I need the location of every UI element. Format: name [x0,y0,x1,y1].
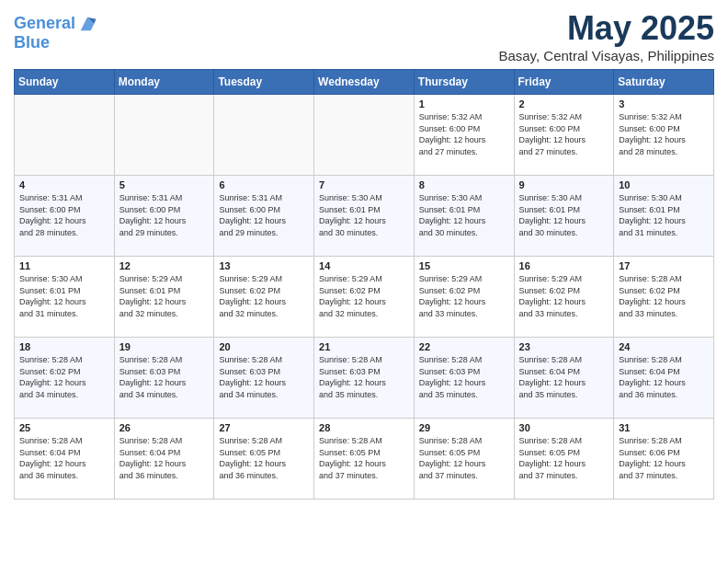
month-title: May 2025 [498,9,714,48]
calendar-cell: 11Sunrise: 5:30 AMSunset: 6:01 PMDayligh… [15,257,115,338]
day-number: 5 [119,179,210,190]
calendar-body: 1Sunrise: 5:32 AMSunset: 6:00 PMDaylight… [15,95,714,500]
cell-content: Sunrise: 5:28 AMSunset: 6:04 PMDaylight:… [519,354,609,400]
cell-content: Sunrise: 5:29 AMSunset: 6:02 PMDaylight:… [419,273,509,319]
calendar-cell: 13Sunrise: 5:29 AMSunset: 6:02 PMDayligh… [214,257,314,338]
cell-content: Sunrise: 5:28 AMSunset: 6:03 PMDaylight:… [119,354,210,400]
cell-content: Sunrise: 5:28 AMSunset: 6:03 PMDaylight:… [319,354,409,400]
cell-content: Sunrise: 5:30 AMSunset: 6:01 PMDaylight:… [19,273,109,319]
calendar-cell: 21Sunrise: 5:28 AMSunset: 6:03 PMDayligh… [314,338,415,419]
calendar-cell: 23Sunrise: 5:28 AMSunset: 6:04 PMDayligh… [514,338,614,419]
cell-content: Sunrise: 5:28 AMSunset: 6:03 PMDaylight:… [419,354,509,400]
calendar-cell: 25Sunrise: 5:28 AMSunset: 6:04 PMDayligh… [15,419,115,500]
day-number: 2 [519,98,609,109]
day-number: 16 [519,260,609,271]
cell-content: Sunrise: 5:30 AMSunset: 6:01 PMDaylight:… [419,192,509,238]
calendar-cell: 17Sunrise: 5:28 AMSunset: 6:02 PMDayligh… [614,257,714,338]
cell-content: Sunrise: 5:30 AMSunset: 6:01 PMDaylight:… [319,192,409,238]
cell-content: Sunrise: 5:28 AMSunset: 6:06 PMDaylight:… [619,435,709,481]
calendar-cell: 2Sunrise: 5:32 AMSunset: 6:00 PMDaylight… [514,95,614,176]
calendar-cell: 7Sunrise: 5:30 AMSunset: 6:01 PMDaylight… [314,176,415,257]
day-number: 3 [619,98,709,109]
calendar-cell: 1Sunrise: 5:32 AMSunset: 6:00 PMDaylight… [414,95,514,176]
weekday-header-sunday: Sunday [15,70,115,95]
calendar-cell: 8Sunrise: 5:30 AMSunset: 6:01 PMDaylight… [414,176,514,257]
calendar-cell [314,95,415,176]
weekday-header-friday: Friday [514,70,614,95]
calendar-week-2: 4Sunrise: 5:31 AMSunset: 6:00 PMDaylight… [15,176,714,257]
day-number: 25 [19,422,109,433]
cell-content: Sunrise: 5:32 AMSunset: 6:00 PMDaylight:… [519,111,609,157]
day-number: 11 [19,260,109,271]
calendar-cell: 28Sunrise: 5:28 AMSunset: 6:05 PMDayligh… [314,419,415,500]
cell-content: Sunrise: 5:32 AMSunset: 6:00 PMDaylight:… [419,111,509,157]
logo: General Blue [14,14,97,52]
calendar-cell [214,95,314,176]
calendar-cell [15,95,115,176]
day-number: 19 [119,341,210,352]
day-number: 28 [319,422,409,433]
weekday-header-wednesday: Wednesday [314,70,415,95]
weekday-header-row: SundayMondayTuesdayWednesdayThursdayFrid… [15,70,714,95]
day-number: 15 [419,260,509,271]
calendar-cell: 24Sunrise: 5:28 AMSunset: 6:04 PMDayligh… [614,338,714,419]
calendar-cell: 19Sunrise: 5:28 AMSunset: 6:03 PMDayligh… [114,338,214,419]
calendar-cell: 31Sunrise: 5:28 AMSunset: 6:06 PMDayligh… [614,419,714,500]
day-number: 29 [419,422,509,433]
day-number: 24 [619,341,709,352]
weekday-header-thursday: Thursday [414,70,514,95]
logo-text: General [14,15,75,33]
calendar-cell: 20Sunrise: 5:28 AMSunset: 6:03 PMDayligh… [214,338,314,419]
day-number: 21 [319,341,409,352]
title-block: May 2025 Basay, Central Visayas, Philipp… [498,9,714,63]
day-number: 6 [219,179,309,190]
location-title: Basay, Central Visayas, Philippines [498,48,714,63]
day-number: 20 [219,341,309,352]
calendar-container: General Blue May 2025 Basay, Central Vis… [0,0,728,513]
calendar-cell: 6Sunrise: 5:31 AMSunset: 6:00 PMDaylight… [214,176,314,257]
calendar-cell: 9Sunrise: 5:30 AMSunset: 6:01 PMDaylight… [514,176,614,257]
calendar-week-1: 1Sunrise: 5:32 AMSunset: 6:00 PMDaylight… [15,95,714,176]
calendar-cell: 14Sunrise: 5:29 AMSunset: 6:02 PMDayligh… [314,257,415,338]
weekday-header-tuesday: Tuesday [214,70,314,95]
calendar-week-4: 18Sunrise: 5:28 AMSunset: 6:02 PMDayligh… [15,338,714,419]
cell-content: Sunrise: 5:30 AMSunset: 6:01 PMDaylight:… [619,192,709,238]
day-number: 31 [619,422,709,433]
logo-general: General [14,14,75,32]
header-row: General Blue May 2025 Basay, Central Vis… [14,9,714,63]
cell-content: Sunrise: 5:28 AMSunset: 6:04 PMDaylight:… [19,435,109,481]
cell-content: Sunrise: 5:29 AMSunset: 6:02 PMDaylight:… [519,273,609,319]
day-number: 17 [619,260,709,271]
calendar-cell: 4Sunrise: 5:31 AMSunset: 6:00 PMDaylight… [15,176,115,257]
calendar-header: SundayMondayTuesdayWednesdayThursdayFrid… [15,70,714,95]
cell-content: Sunrise: 5:31 AMSunset: 6:00 PMDaylight:… [19,192,109,238]
cell-content: Sunrise: 5:29 AMSunset: 6:02 PMDaylight:… [319,273,409,319]
day-number: 7 [319,179,409,190]
day-number: 14 [319,260,409,271]
calendar-cell: 3Sunrise: 5:32 AMSunset: 6:00 PMDaylight… [614,95,714,176]
calendar-cell: 29Sunrise: 5:28 AMSunset: 6:05 PMDayligh… [414,419,514,500]
day-number: 8 [419,179,509,190]
calendar-table: SundayMondayTuesdayWednesdayThursdayFrid… [14,69,714,500]
day-number: 26 [119,422,210,433]
weekday-header-saturday: Saturday [614,70,714,95]
day-number: 4 [19,179,109,190]
cell-content: Sunrise: 5:30 AMSunset: 6:01 PMDaylight:… [519,192,609,238]
cell-content: Sunrise: 5:28 AMSunset: 6:03 PMDaylight:… [219,354,309,400]
day-number: 27 [219,422,309,433]
calendar-cell: 26Sunrise: 5:28 AMSunset: 6:04 PMDayligh… [114,419,214,500]
calendar-cell: 27Sunrise: 5:28 AMSunset: 6:05 PMDayligh… [214,419,314,500]
cell-content: Sunrise: 5:31 AMSunset: 6:00 PMDaylight:… [119,192,210,238]
cell-content: Sunrise: 5:28 AMSunset: 6:05 PMDaylight:… [219,435,309,481]
cell-content: Sunrise: 5:28 AMSunset: 6:02 PMDaylight:… [19,354,109,400]
calendar-cell: 30Sunrise: 5:28 AMSunset: 6:05 PMDayligh… [514,419,614,500]
cell-content: Sunrise: 5:28 AMSunset: 6:05 PMDaylight:… [319,435,409,481]
day-number: 9 [519,179,609,190]
day-number: 22 [419,341,509,352]
cell-content: Sunrise: 5:29 AMSunset: 6:01 PMDaylight:… [119,273,210,319]
calendar-week-3: 11Sunrise: 5:30 AMSunset: 6:01 PMDayligh… [15,257,714,338]
day-number: 30 [519,422,609,433]
calendar-cell: 15Sunrise: 5:29 AMSunset: 6:02 PMDayligh… [414,257,514,338]
calendar-cell: 12Sunrise: 5:29 AMSunset: 6:01 PMDayligh… [114,257,214,338]
cell-content: Sunrise: 5:28 AMSunset: 6:05 PMDaylight:… [419,435,509,481]
